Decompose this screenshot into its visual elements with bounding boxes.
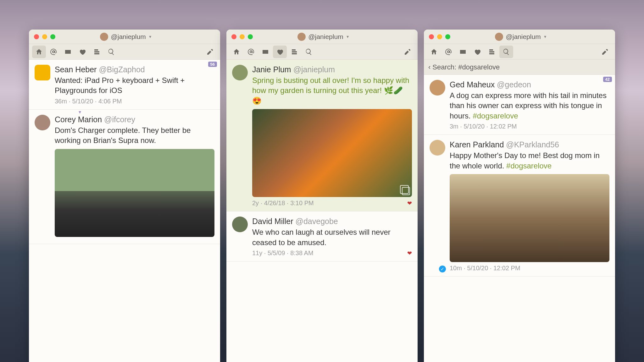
toolbar-mentions-button[interactable]	[441, 46, 455, 58]
toolbar	[29, 44, 220, 60]
account-handle: @janieplum	[308, 33, 343, 41]
tweet[interactable]: David Miller @davegobeWe who can laugh a…	[226, 211, 418, 261]
tweet-author[interactable]: David Miller @davegobe	[252, 217, 412, 226]
account-switcher[interactable]: @janieplum▼	[297, 33, 349, 41]
toolbar-search-button[interactable]	[104, 46, 118, 58]
account-avatar	[495, 33, 503, 41]
window-titlebar[interactable]: @janieplum▼	[424, 30, 615, 44]
toolbar	[226, 44, 418, 60]
window-titlebar[interactable]: @janieplum▼	[226, 30, 418, 44]
zoom-window-button[interactable]	[445, 34, 450, 39]
avatar[interactable]	[430, 140, 445, 156]
search-bar[interactable]: ‹Search: #dogsarelove	[424, 60, 615, 75]
account-handle: @janieplum	[111, 33, 146, 41]
feed[interactable]: 56Sean Heber @BigZaphodWanted: iPad Pro …	[29, 60, 220, 362]
avatar[interactable]	[35, 115, 50, 130]
window-titlebar[interactable]: @janieplum▼	[29, 30, 220, 44]
tweet-author[interactable]: Karen Parkland @KParkland56	[450, 140, 609, 149]
avatar[interactable]	[232, 217, 248, 232]
feed[interactable]: Janie Plum @janieplumSpring is busting o…	[226, 60, 418, 362]
attached-image[interactable]	[55, 149, 214, 237]
toolbar-lists-button[interactable]	[485, 46, 499, 58]
tweet[interactable]: Ged Maheux @gedeonA dog can express more…	[424, 75, 615, 135]
toolbar-lists-button[interactable]	[90, 46, 104, 58]
tweet-meta: 3m · 5/10/20 · 12:02 PM	[450, 123, 609, 130]
tweet[interactable]: ▾Corey Marion @ifcoreyDom's Charger comp…	[29, 110, 220, 244]
avatar[interactable]	[232, 65, 248, 80]
tweet-meta: 11y · 5/5/09 · 8:38 AM	[252, 250, 412, 257]
tweet-text: A dog can express more with his tail in …	[450, 90, 609, 121]
toolbar-messages-button[interactable]	[456, 46, 470, 58]
minimize-window-button[interactable]	[437, 34, 442, 39]
minimize-window-button[interactable]	[42, 34, 47, 39]
avatar[interactable]	[430, 80, 445, 96]
toolbar-likes-button[interactable]	[75, 46, 89, 58]
tweet-text: We who can laugh at ourselves will never…	[252, 227, 412, 248]
compose-button[interactable]	[598, 46, 612, 58]
toolbar-home-button[interactable]	[427, 46, 441, 58]
account-avatar	[100, 33, 108, 41]
app-window: @janieplum▼56Sean Heber @BigZaphodWanted…	[29, 30, 220, 362]
close-window-button[interactable]	[34, 34, 39, 39]
account-switcher[interactable]: @janieplum▼	[495, 33, 547, 41]
bookmark-icon: ▾	[79, 109, 81, 115]
toolbar-home-button[interactable]	[230, 46, 243, 58]
tweet-meta: 10m · 5/10/20 · 12:02 PM	[450, 265, 609, 272]
toolbar-mentions-button[interactable]	[244, 46, 258, 58]
tweet[interactable]: Sean Heber @BigZaphodWanted: iPad Pro + …	[29, 60, 220, 110]
tweet-meta: 36m · 5/10/20 · 4:06 PM	[55, 98, 214, 105]
close-window-button[interactable]	[231, 34, 236, 39]
toolbar-messages-button[interactable]	[258, 46, 272, 58]
gallery-icon	[400, 185, 409, 194]
tweet-text: Spring is busting out all over! I'm so h…	[252, 75, 412, 106]
liked-heart-icon: ❤	[407, 200, 412, 207]
chevron-down-icon: ▼	[543, 35, 547, 39]
toolbar-search-button[interactable]	[499, 46, 513, 58]
tweet-author[interactable]: Janie Plum @janieplum	[252, 65, 412, 74]
tweet-meta: 2y · 4/26/18 · 3:10 PM	[252, 200, 412, 207]
search-label: Search: #dogsarelove	[432, 63, 500, 71]
compose-button[interactable]	[401, 46, 414, 58]
avatar[interactable]	[35, 65, 50, 80]
toolbar-mentions-button[interactable]	[47, 46, 60, 58]
chevron-down-icon: ▼	[346, 35, 350, 39]
toolbar-lists-button[interactable]	[287, 46, 301, 58]
account-handle: @janieplum	[506, 33, 541, 41]
toolbar-messages-button[interactable]	[61, 46, 75, 58]
tweet[interactable]: Janie Plum @janieplumSpring is busting o…	[226, 60, 418, 211]
tweet-author[interactable]: Corey Marion @ifcorey	[55, 115, 214, 124]
tweet-text: Wanted: iPad Pro + keyboard + Swift + Pl…	[55, 75, 214, 96]
account-switcher[interactable]: @janieplum▼	[100, 33, 152, 41]
tweet-author[interactable]: Sean Heber @BigZaphod	[55, 65, 214, 74]
attached-image[interactable]	[252, 109, 412, 197]
minimize-window-button[interactable]	[240, 34, 245, 39]
zoom-window-button[interactable]	[50, 34, 55, 39]
compose-button[interactable]	[203, 46, 217, 58]
toolbar-search-button[interactable]	[302, 46, 316, 58]
back-chevron-icon[interactable]: ‹	[428, 63, 430, 71]
toolbar	[424, 44, 615, 60]
chevron-down-icon: ▼	[148, 35, 152, 39]
feed[interactable]: ‹Search: #dogsarelove42Ged Maheux @gedeo…	[424, 60, 615, 362]
tweet[interactable]: ✓Karen Parkland @KParkland56Happy Mother…	[424, 135, 615, 277]
toolbar-likes-button[interactable]	[470, 46, 484, 58]
app-window: @janieplum▼Janie Plum @janieplumSpring i…	[226, 30, 418, 362]
verified-badge-icon: ✓	[439, 266, 446, 272]
liked-heart-icon: ❤	[407, 250, 412, 257]
tweet-text: Dom's Charger complete. They better be w…	[55, 125, 214, 146]
toolbar-likes-button[interactable]	[273, 46, 287, 58]
zoom-window-button[interactable]	[248, 34, 253, 39]
toolbar-home-button[interactable]	[32, 46, 46, 58]
tweet-text: Happy Mother's Day to me! Best dog mom i…	[450, 151, 609, 171]
app-window: @janieplum▼‹Search: #dogsarelove42Ged Ma…	[424, 30, 615, 362]
attached-image[interactable]	[450, 174, 609, 262]
tweet-author[interactable]: Ged Maheux @gedeon	[450, 80, 609, 89]
account-avatar	[297, 33, 306, 41]
close-window-button[interactable]	[429, 34, 434, 39]
